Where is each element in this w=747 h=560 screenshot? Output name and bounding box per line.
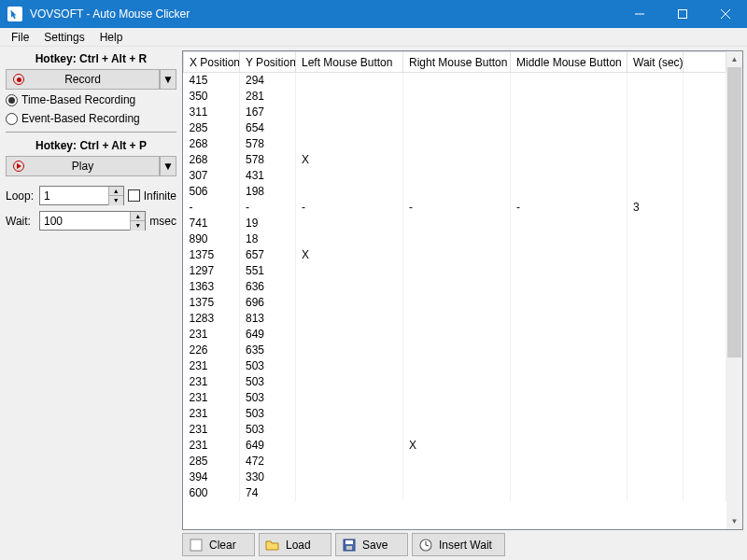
table-cell[interactable]: 813 xyxy=(240,311,296,327)
table-cell[interactable] xyxy=(403,406,511,422)
table-cell[interactable]: 696 xyxy=(240,295,296,311)
table-cell[interactable] xyxy=(296,358,403,374)
table-cell[interactable] xyxy=(403,73,511,89)
record-button[interactable]: Record xyxy=(6,69,160,90)
table-row[interactable]: -----3 xyxy=(184,200,726,216)
table-cell[interactable] xyxy=(403,89,511,105)
table-row[interactable]: 74119 xyxy=(184,216,726,231)
table-cell[interactable] xyxy=(511,358,627,374)
table-cell[interactable] xyxy=(511,374,627,390)
table-cell[interactable]: 503 xyxy=(240,390,296,406)
table-row[interactable]: 89018 xyxy=(184,231,726,247)
record-dropdown[interactable]: ▼ xyxy=(160,69,176,90)
table-cell[interactable] xyxy=(627,89,684,105)
table-cell[interactable] xyxy=(627,168,684,184)
table-cell[interactable] xyxy=(296,469,403,485)
table-cell[interactable]: 231 xyxy=(184,438,240,454)
table-cell[interactable]: 307 xyxy=(184,168,240,184)
column-header[interactable]: Left Mouse Button xyxy=(296,52,403,73)
table-cell[interactable] xyxy=(403,422,511,438)
maximize-button[interactable] xyxy=(661,0,704,28)
table-cell[interactable]: 503 xyxy=(240,374,296,390)
table-cell[interactable] xyxy=(511,247,627,263)
table-cell[interactable]: 19 xyxy=(240,216,296,231)
table-row[interactable]: 231503 xyxy=(184,358,726,374)
table-cell[interactable] xyxy=(296,168,403,184)
loop-spinner[interactable]: ▲▼ xyxy=(108,187,123,205)
load-button[interactable]: Load xyxy=(259,533,331,556)
table-cell[interactable]: 231 xyxy=(184,374,240,390)
table-row[interactable]: 307431 xyxy=(184,168,726,184)
table-cell[interactable] xyxy=(627,263,684,279)
table-cell[interactable] xyxy=(627,73,684,89)
table-cell[interactable]: 268 xyxy=(184,136,240,152)
wait-spinner[interactable]: ▲▼ xyxy=(130,212,145,231)
menu-help[interactable]: Help xyxy=(92,29,131,46)
table-cell[interactable] xyxy=(296,216,403,231)
table-cell[interactable] xyxy=(511,120,627,136)
table-cell[interactable] xyxy=(296,438,403,454)
table-cell[interactable] xyxy=(296,295,403,311)
column-header[interactable]: Middle Mouse Button xyxy=(511,52,627,73)
table-cell[interactable] xyxy=(511,311,627,327)
table-cell[interactable] xyxy=(296,279,403,295)
table-cell[interactable] xyxy=(403,231,511,247)
table-row[interactable]: 60074 xyxy=(184,485,726,501)
table-cell[interactable]: 503 xyxy=(240,358,296,374)
table-cell[interactable] xyxy=(403,295,511,311)
table-cell[interactable]: 281 xyxy=(240,89,296,105)
table-cell[interactable]: 285 xyxy=(184,120,240,136)
table-cell[interactable]: 503 xyxy=(240,422,296,438)
table-cell[interactable]: 330 xyxy=(240,469,296,485)
table-cell[interactable]: 231 xyxy=(184,358,240,374)
column-header[interactable]: Right Mouse Button xyxy=(403,52,511,73)
table-cell[interactable] xyxy=(627,327,684,343)
table-cell[interactable] xyxy=(296,422,403,438)
column-header[interactable]: X Position xyxy=(184,52,240,73)
table-cell[interactable] xyxy=(403,485,511,501)
scroll-up-arrow[interactable]: ▲ xyxy=(726,51,742,67)
close-button[interactable] xyxy=(704,0,747,28)
table-cell[interactable] xyxy=(627,311,684,327)
table-cell[interactable] xyxy=(627,343,684,358)
table-cell[interactable]: 285 xyxy=(184,454,240,469)
table-cell[interactable]: 294 xyxy=(240,73,296,89)
table-cell[interactable]: 1375 xyxy=(184,295,240,311)
table-cell[interactable] xyxy=(511,343,627,358)
table-row[interactable]: 1297551 xyxy=(184,263,726,279)
table-cell[interactable]: - xyxy=(184,200,240,216)
table-row[interactable]: 350281 xyxy=(184,89,726,105)
save-button[interactable]: Save xyxy=(335,533,408,556)
table-cell[interactable] xyxy=(627,374,684,390)
table-cell[interactable] xyxy=(296,327,403,343)
radio-time-based[interactable]: Time-Based Recording xyxy=(6,91,176,108)
table-cell[interactable]: 415 xyxy=(184,73,240,89)
table-row[interactable]: 1283813 xyxy=(184,311,726,327)
table-cell[interactable]: 578 xyxy=(240,136,296,152)
table-row[interactable]: 268578 xyxy=(184,136,726,152)
minimize-button[interactable] xyxy=(618,0,661,28)
table-cell[interactable] xyxy=(627,279,684,295)
table-cell[interactable]: 431 xyxy=(240,168,296,184)
table-cell[interactable] xyxy=(511,469,627,485)
radio-event-based[interactable]: Event-Based Recording xyxy=(6,110,176,127)
table-cell[interactable]: 231 xyxy=(184,406,240,422)
table-cell[interactable] xyxy=(627,295,684,311)
table-cell[interactable]: 3 xyxy=(627,200,684,216)
table-cell[interactable] xyxy=(511,422,627,438)
table-cell[interactable] xyxy=(511,89,627,105)
table-cell[interactable]: 649 xyxy=(240,438,296,454)
table-cell[interactable]: 231 xyxy=(184,327,240,343)
table-cell[interactable]: 231 xyxy=(184,390,240,406)
table-cell[interactable] xyxy=(511,438,627,454)
table-cell[interactable]: 551 xyxy=(240,263,296,279)
table-cell[interactable]: 600 xyxy=(184,485,240,501)
table-cell[interactable] xyxy=(627,485,684,501)
table-cell[interactable] xyxy=(403,184,511,200)
wait-input[interactable]: 100 ▲▼ xyxy=(39,211,146,231)
table-cell[interactable]: 890 xyxy=(184,231,240,247)
scroll-down-arrow[interactable]: ▼ xyxy=(726,513,742,529)
table-cell[interactable] xyxy=(296,184,403,200)
table-cell[interactable]: - xyxy=(240,200,296,216)
table-cell[interactable] xyxy=(403,454,511,469)
